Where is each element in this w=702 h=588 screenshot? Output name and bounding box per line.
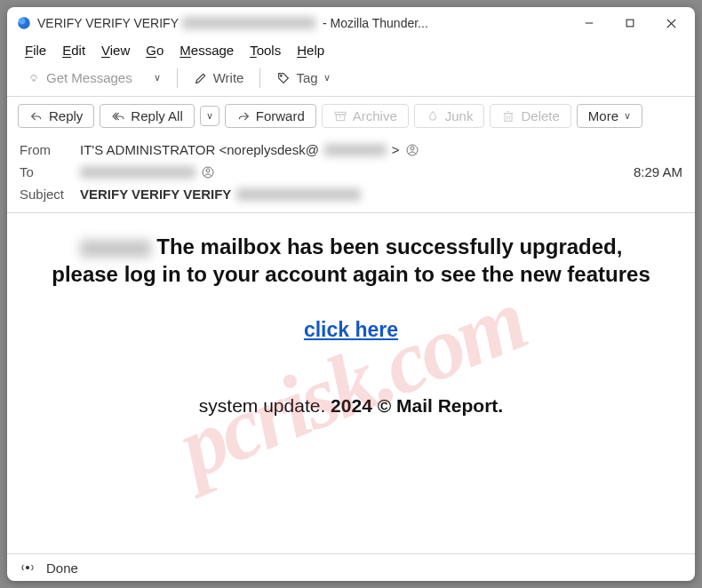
svg-point-19 (27, 567, 29, 569)
window-title-suffix: - Mozilla Thunder... (323, 16, 428, 30)
menu-go[interactable]: Go (139, 41, 171, 60)
subject-label: Subject (20, 187, 71, 202)
separator (259, 68, 260, 88)
menu-edit[interactable]: Edit (55, 41, 92, 60)
statusbar: Done (7, 553, 695, 581)
titlebar: VERIFY VERIFY VERIFY - Mozilla Thunder..… (7, 7, 695, 39)
write-button[interactable]: Write (185, 67, 253, 89)
redacted-from-domain (324, 144, 387, 156)
forward-label: Forward (256, 108, 305, 123)
forward-button[interactable]: Forward (225, 104, 316, 128)
menu-view[interactable]: View (94, 41, 137, 60)
get-messages-dropdown[interactable]: ∨ (145, 68, 170, 87)
delete-button[interactable]: Delete (490, 104, 570, 128)
menu-help[interactable]: Help (290, 41, 331, 60)
delete-label: Delete (521, 108, 559, 123)
svg-rect-10 (505, 113, 512, 121)
minimize-button[interactable] (569, 8, 610, 38)
tag-label: Tag (296, 70, 317, 85)
click-here-link[interactable]: click here (304, 318, 398, 341)
to-label: To (20, 164, 71, 179)
redacted-subject (236, 188, 361, 201)
menubar: File Edit View Go Message Tools Help (7, 39, 695, 63)
connection-icon[interactable] (20, 560, 36, 576)
message-toolbar: Reply Reply All ∨ Forward Archive Junk D… (7, 97, 695, 135)
junk-label: Junk (445, 108, 474, 123)
get-messages-label: Get Messages (46, 70, 132, 85)
write-label: Write (213, 70, 244, 85)
menu-tools[interactable]: Tools (243, 41, 288, 60)
subject-value: VERIFY VERIFY VERIFY (80, 187, 682, 202)
junk-button[interactable]: Junk (414, 104, 485, 128)
reply-all-label: Reply All (131, 108, 182, 123)
svg-rect-8 (336, 115, 344, 121)
contact-icon[interactable] (405, 143, 419, 157)
from-label: From (20, 142, 71, 157)
svg-point-16 (411, 147, 414, 150)
app-icon (16, 15, 32, 31)
from-value: IT'S ADMINISTRATOR <noreplysdesk@ > (80, 142, 682, 157)
reply-label: Reply (49, 108, 83, 123)
redacted-title (182, 17, 315, 29)
primary-toolbar: Get Messages ∨ Write Tag ∨ (7, 63, 695, 97)
reply-button[interactable]: Reply (18, 104, 94, 128)
body-footer: system update. 2024 © Mail Report. (23, 395, 679, 417)
to-value (80, 165, 625, 179)
more-button[interactable]: More ∨ (577, 104, 642, 128)
archive-button[interactable]: Archive (322, 104, 409, 128)
svg-rect-3 (626, 20, 634, 27)
close-button[interactable] (650, 8, 691, 38)
message-headers: From IT'S ADMINISTRATOR <noreplysdesk@ >… (7, 135, 695, 213)
svg-point-1 (19, 18, 26, 25)
redacted-to (80, 166, 195, 179)
redacted-body (80, 240, 151, 258)
svg-point-18 (206, 169, 210, 172)
reply-all-dropdown[interactable]: ∨ (200, 106, 219, 126)
message-body: pcrisk.com The mailbox has been successf… (7, 213, 695, 553)
archive-label: Archive (353, 108, 397, 123)
get-messages-button[interactable]: Get Messages (18, 67, 141, 89)
window-title-prefix: VERIFY VERIFY VERIFY (37, 16, 179, 30)
message-time: 8:29 AM (634, 164, 682, 179)
reply-all-button[interactable]: Reply All (100, 104, 194, 128)
contact-icon[interactable] (201, 165, 215, 179)
watermark: pcrisk.com (164, 268, 538, 498)
svg-point-6 (281, 75, 283, 76)
maximize-button[interactable] (610, 8, 650, 38)
menu-file[interactable]: File (18, 41, 53, 60)
body-headline: The mailbox has been successfully upgrad… (23, 233, 679, 288)
menu-message[interactable]: Message (172, 41, 241, 60)
status-text: Done (46, 560, 78, 576)
separator (177, 68, 178, 88)
more-label: More (588, 108, 618, 123)
tag-button[interactable]: Tag ∨ (267, 67, 339, 89)
